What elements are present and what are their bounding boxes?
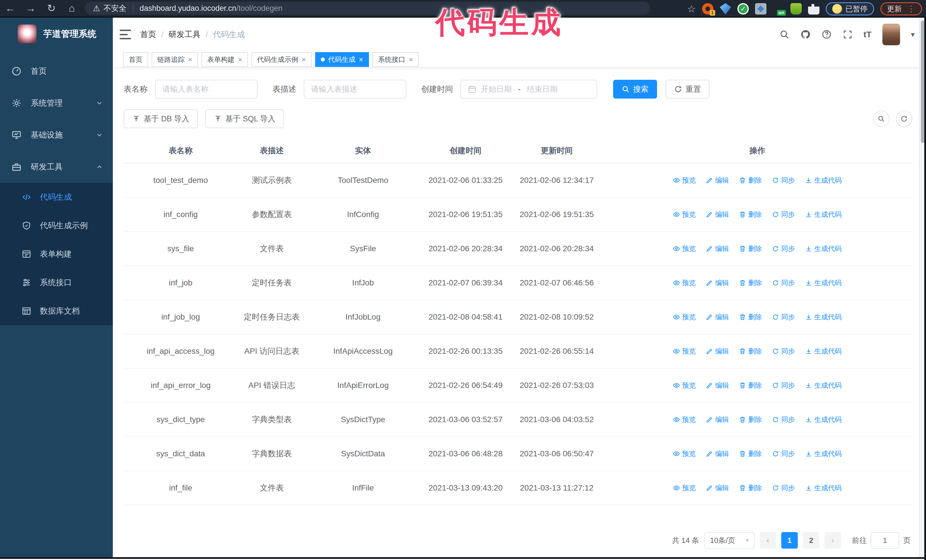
- row-action-delete[interactable]: 删除: [739, 176, 762, 185]
- hamburger-icon[interactable]: [120, 30, 131, 39]
- refresh-table-button[interactable]: [896, 110, 912, 127]
- row-action-delete[interactable]: 删除: [739, 381, 762, 390]
- row-action-delete[interactable]: 删除: [739, 244, 762, 253]
- row-action-preview[interactable]: 预览: [673, 176, 696, 185]
- address-bar[interactable]: ⚠ 不安全 dashboard.yudao.iocoder.cn/tool/co…: [85, 2, 651, 15]
- row-action-edit[interactable]: 编辑: [706, 278, 729, 287]
- row-action-generate[interactable]: 生成代码: [805, 415, 842, 424]
- row-action-edit[interactable]: 编辑: [706, 312, 729, 322]
- extension-check-icon[interactable]: ✓: [737, 3, 749, 15]
- row-action-delete[interactable]: 删除: [739, 312, 762, 322]
- update-chip[interactable]: 更新 ⋮: [881, 2, 922, 15]
- tab-home[interactable]: 首页: [123, 52, 148, 67]
- end-date-placeholder[interactable]: 结束日期: [527, 84, 558, 94]
- sidebar-item-codegen-example[interactable]: 代码生成示例: [0, 211, 113, 240]
- sidebar-logo[interactable]: 芋道管理系统: [0, 18, 113, 48]
- row-action-sync[interactable]: 同步: [772, 278, 795, 287]
- goto-page-input[interactable]: [871, 532, 899, 549]
- row-action-delete[interactable]: 删除: [739, 415, 762, 424]
- row-action-delete[interactable]: 删除: [739, 483, 762, 492]
- date-range-picker[interactable]: 开始日期 - 结束日期: [460, 80, 597, 98]
- row-action-sync[interactable]: 同步: [772, 210, 795, 219]
- row-action-sync[interactable]: 同步: [772, 449, 795, 458]
- row-action-edit[interactable]: 编辑: [706, 176, 729, 185]
- row-action-preview[interactable]: 预览: [673, 312, 696, 322]
- row-action-generate[interactable]: 生成代码: [805, 312, 842, 322]
- row-action-generate[interactable]: 生成代码: [805, 381, 842, 390]
- extension-diamond-icon[interactable]: [720, 3, 731, 15]
- extensions-puzzle-icon[interactable]: [808, 3, 819, 15]
- tab-tracing[interactable]: 链路追踪×: [151, 52, 198, 67]
- extension-green-icon[interactable]: [790, 3, 802, 15]
- row-action-preview[interactable]: 预览: [673, 449, 696, 458]
- db-import-button[interactable]: 基于 DB 导入: [124, 109, 198, 128]
- row-action-edit[interactable]: 编辑: [706, 415, 729, 424]
- row-action-delete[interactable]: 删除: [739, 347, 762, 356]
- row-action-edit[interactable]: 编辑: [706, 449, 729, 458]
- close-icon[interactable]: ×: [409, 56, 413, 63]
- row-action-delete[interactable]: 删除: [739, 278, 762, 287]
- sidebar-item-home[interactable]: 首页: [0, 55, 113, 87]
- row-action-edit[interactable]: 编辑: [706, 483, 729, 492]
- row-action-generate[interactable]: 生成代码: [805, 210, 842, 219]
- paused-chip[interactable]: 已暂停: [826, 2, 874, 15]
- row-action-preview[interactable]: 预览: [673, 381, 696, 390]
- sidebar-item-form-builder[interactable]: 表单构建: [0, 240, 113, 268]
- github-icon[interactable]: [800, 29, 811, 39]
- row-action-generate[interactable]: 生成代码: [805, 176, 842, 185]
- extension-grid-icon[interactable]: [755, 3, 766, 15]
- kebab-menu-icon[interactable]: ⋮: [907, 5, 915, 13]
- row-action-sync[interactable]: 同步: [772, 244, 795, 253]
- row-action-preview[interactable]: 预览: [673, 210, 696, 219]
- close-icon[interactable]: ×: [188, 56, 192, 63]
- next-page-button[interactable]: ›: [825, 532, 841, 549]
- help-icon[interactable]: [822, 29, 832, 39]
- bookmark-star-icon[interactable]: ☆: [687, 3, 696, 15]
- row-action-edit[interactable]: 编辑: [706, 381, 729, 390]
- forward-icon[interactable]: →: [21, 2, 41, 14]
- row-action-generate[interactable]: 生成代码: [805, 449, 842, 458]
- sidebar-item-devtools[interactable]: 研发工具: [0, 151, 113, 183]
- row-action-generate[interactable]: 生成代码: [805, 347, 842, 356]
- breadcrumb-home[interactable]: 首页: [140, 29, 156, 40]
- page-button-2[interactable]: 2: [803, 532, 819, 549]
- row-action-sync[interactable]: 同步: [772, 176, 795, 185]
- tab-form-builder[interactable]: 表单构建×: [201, 52, 248, 67]
- row-action-delete[interactable]: 删除: [739, 449, 762, 458]
- tab-codegen-example[interactable]: 代码生成示例×: [251, 52, 312, 67]
- toggle-search-button[interactable]: [873, 110, 890, 127]
- row-action-generate[interactable]: 生成代码: [805, 483, 842, 492]
- row-action-generate[interactable]: 生成代码: [805, 278, 842, 287]
- back-icon[interactable]: ←: [0, 2, 21, 14]
- close-icon[interactable]: ×: [359, 56, 363, 63]
- font-size-icon[interactable]: tT: [864, 30, 872, 39]
- avatar-caret-icon[interactable]: ▾: [911, 30, 915, 39]
- row-action-delete[interactable]: 删除: [739, 210, 762, 219]
- sidebar-item-infra[interactable]: 基础设施: [0, 119, 113, 151]
- tab-codegen[interactable]: 代码生成×: [315, 52, 369, 67]
- start-date-placeholder[interactable]: 开始日期: [481, 84, 512, 94]
- row-action-sync[interactable]: 同步: [772, 381, 795, 390]
- row-action-preview[interactable]: 预览: [673, 278, 696, 287]
- search-button[interactable]: 搜索: [613, 80, 657, 98]
- reload-icon[interactable]: ↻: [41, 2, 62, 14]
- extension-on-icon[interactable]: on: [773, 3, 784, 15]
- row-action-preview[interactable]: 预览: [673, 415, 696, 424]
- prev-page-button[interactable]: ‹: [760, 532, 776, 549]
- row-action-preview[interactable]: 预览: [673, 244, 696, 253]
- fullscreen-icon[interactable]: [843, 29, 853, 39]
- search-icon[interactable]: [779, 29, 790, 39]
- row-action-edit[interactable]: 编辑: [706, 210, 729, 219]
- page-size-select[interactable]: 10条/页 ▾: [704, 532, 755, 549]
- tab-system-api[interactable]: 系统接口×: [372, 52, 419, 67]
- table-name-input[interactable]: [162, 85, 250, 94]
- close-icon[interactable]: ×: [301, 56, 306, 63]
- sidebar-item-system[interactable]: 系统管理: [0, 87, 113, 119]
- row-action-generate[interactable]: 生成代码: [805, 244, 842, 253]
- table-desc-input[interactable]: [311, 85, 399, 94]
- home-icon[interactable]: ⌂: [62, 2, 82, 14]
- row-action-sync[interactable]: 同步: [772, 312, 795, 322]
- row-action-sync[interactable]: 同步: [772, 347, 795, 356]
- breadcrumb-devtools[interactable]: 研发工具: [169, 29, 201, 40]
- row-action-edit[interactable]: 编辑: [706, 244, 729, 253]
